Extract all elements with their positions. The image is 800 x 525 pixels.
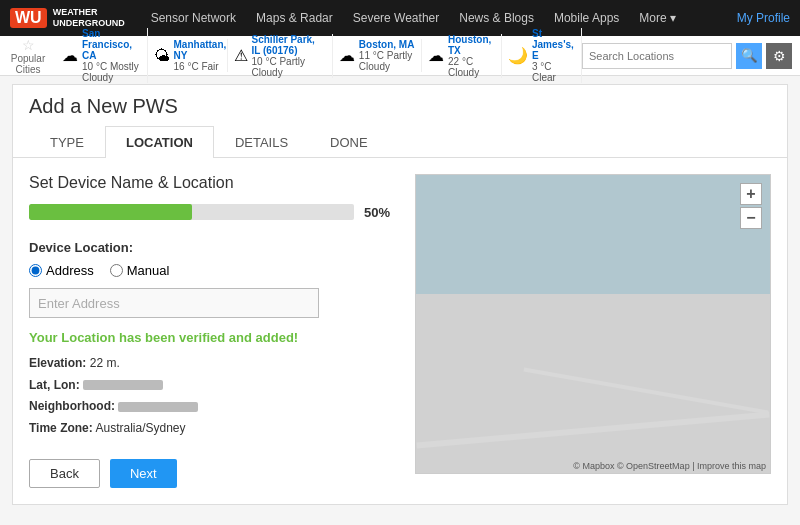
manual-radio-label: Manual <box>127 263 170 278</box>
wu-logo-badge: WU <box>10 8 47 28</box>
weather-icon-sf: ☁ <box>62 46 78 65</box>
content-area: Set Device Name & Location 50% Device Lo… <box>13 158 787 504</box>
settings-button[interactable]: ⚙ <box>766 43 792 69</box>
verified-message: Your Location has been verified and adde… <box>29 330 399 345</box>
city-schiller-park[interactable]: ⚠ Schiller Park, IL (60176) 10 °C Partly… <box>228 34 333 78</box>
map-container[interactable]: + − © Mapbox © OpenStreetMap | Improve t… <box>415 174 771 474</box>
weather-icon-boston: ☁ <box>339 46 355 65</box>
address-radio-label: Address <box>46 263 94 278</box>
nav-news-blogs[interactable]: News & Blogs <box>449 11 544 25</box>
tab-bar: TYPE LOCATION DETAILS DONE <box>29 126 771 157</box>
logo-text: WEATHER UNDERGROUND <box>53 7 125 29</box>
my-profile-link[interactable]: My Profile <box>737 11 790 25</box>
device-location-label: Device Location: <box>29 240 399 255</box>
map-zoom-in[interactable]: + <box>740 183 762 205</box>
action-buttons: Back Next <box>29 459 399 488</box>
page-title: Add a New PWS <box>29 95 771 118</box>
popular-cities-label: ☆ Popular Cities <box>8 37 48 75</box>
back-button[interactable]: Back <box>29 459 100 488</box>
weather-icon-schiller: ⚠ <box>234 46 248 65</box>
city-san-francisco[interactable]: ☁ San Francisco, CA 10 °C Mostly Cloudy <box>56 28 148 83</box>
neighborhood-row: Neighborhood: <box>29 396 399 418</box>
manual-radio-option[interactable]: Manual <box>110 263 170 278</box>
location-details: Elevation: 22 m. Lat, Lon: Neighborhood:… <box>29 353 399 439</box>
star-icon: ☆ <box>22 37 35 53</box>
progress-label: 50% <box>364 205 399 220</box>
progress-bar-fill <box>29 204 192 220</box>
nav-severe-weather[interactable]: Severe Weather <box>343 11 450 25</box>
tab-done[interactable]: DONE <box>309 126 389 158</box>
neighborhood-redacted <box>118 402 198 412</box>
city-st-james[interactable]: 🌙 St James's, E 3 °C Clear <box>502 28 582 83</box>
address-radio-input[interactable] <box>29 264 42 277</box>
tab-details[interactable]: DETAILS <box>214 126 309 158</box>
right-panel: + − © Mapbox © OpenStreetMap | Improve t… <box>415 174 771 488</box>
address-input[interactable] <box>29 288 319 318</box>
city-houston[interactable]: ☁ Houston, TX 22 °C Cloudy <box>422 34 502 78</box>
map-zoom-out[interactable]: − <box>740 207 762 229</box>
city-manhattan[interactable]: 🌤 Manhattan, NY 16 °C Fair <box>148 39 228 72</box>
nav-mobile-apps[interactable]: Mobile Apps <box>544 11 629 25</box>
progress-container: 50% <box>29 204 399 220</box>
weather-icon-manhattan: 🌤 <box>154 47 170 65</box>
location-type-radio-group: Address Manual <box>29 263 399 278</box>
city-boston[interactable]: ☁ Boston, MA 11 °C Partly Cloudy <box>333 39 422 72</box>
elevation-row: Elevation: 22 m. <box>29 353 399 375</box>
logo[interactable]: WU WEATHER UNDERGROUND <box>10 7 125 29</box>
map-gray-overlay <box>416 175 770 473</box>
address-radio-option[interactable]: Address <box>29 263 94 278</box>
timezone-row: Time Zone: Australia/Sydney <box>29 418 399 440</box>
city-weather-bar: ☆ Popular Cities ☁ San Francisco, CA 10 … <box>0 36 800 76</box>
left-panel: Set Device Name & Location 50% Device Lo… <box>29 174 399 488</box>
next-button[interactable]: Next <box>110 459 177 488</box>
manual-radio-input[interactable] <box>110 264 123 277</box>
nav-maps-radar[interactable]: Maps & Radar <box>246 11 343 25</box>
tab-location[interactable]: LOCATION <box>105 126 214 158</box>
progress-bar-background <box>29 204 354 220</box>
nav-links: Sensor Network Maps & Radar Severe Weath… <box>141 11 737 25</box>
nav-more[interactable]: More ▾ <box>629 11 686 25</box>
main-content: Add a New PWS TYPE LOCATION DETAILS DONE… <box>12 84 788 505</box>
map-zoom-controls: + − <box>740 183 762 229</box>
latlon-row: Lat, Lon: <box>29 375 399 397</box>
tab-type[interactable]: TYPE <box>29 126 105 158</box>
map-attribution[interactable]: © Mapbox © OpenStreetMap | Improve this … <box>573 461 766 471</box>
weather-icon-houston: ☁ <box>428 46 444 65</box>
page-header: Add a New PWS TYPE LOCATION DETAILS DONE <box>13 85 787 158</box>
latlon-redacted <box>83 380 163 390</box>
search-input[interactable] <box>582 43 732 69</box>
search-button[interactable]: 🔍 <box>736 43 762 69</box>
section-title: Set Device Name & Location <box>29 174 399 192</box>
nav-sensor-network[interactable]: Sensor Network <box>141 11 246 25</box>
search-area: 🔍 ⚙ <box>582 43 792 69</box>
weather-icon-stjames: 🌙 <box>508 46 528 65</box>
